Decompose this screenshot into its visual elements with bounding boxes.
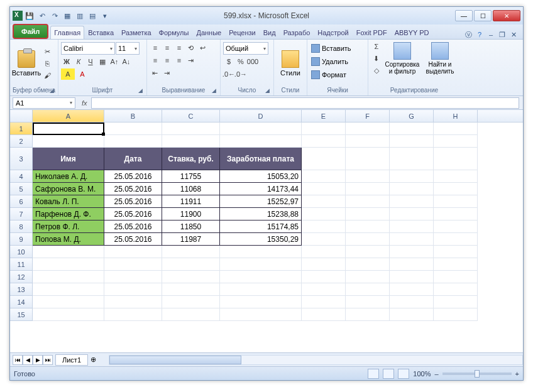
row-header-7[interactable]: 7 bbox=[10, 208, 33, 220]
cell-G7[interactable] bbox=[390, 208, 434, 220]
cell-H3[interactable] bbox=[434, 148, 478, 170]
cell-E14[interactable] bbox=[302, 296, 346, 308]
cell-G1[interactable] bbox=[390, 122, 434, 135]
row-header-9[interactable]: 9 bbox=[10, 233, 33, 246]
cell-G15[interactable] bbox=[390, 308, 434, 321]
cell-A3[interactable]: Имя bbox=[33, 148, 104, 170]
cell-H9[interactable] bbox=[434, 233, 478, 246]
horizontal-scrollbar[interactable] bbox=[109, 355, 523, 365]
cell-D3[interactable]: Заработная плата bbox=[220, 148, 302, 170]
sheet-nav-first-icon[interactable]: ⏮ bbox=[13, 355, 23, 365]
doc-minimize-icon[interactable]: – bbox=[486, 30, 495, 39]
cell-F2[interactable] bbox=[346, 135, 390, 148]
tab-view[interactable]: Вид bbox=[260, 26, 280, 39]
zoom-slider[interactable] bbox=[442, 373, 512, 375]
cell-B6[interactable]: 25.05.2016 bbox=[104, 195, 162, 208]
cell-E5[interactable] bbox=[302, 183, 346, 195]
col-header-h[interactable]: H bbox=[434, 110, 478, 122]
undo-icon[interactable]: ↶ bbox=[36, 10, 48, 21]
cell-G14[interactable] bbox=[390, 296, 434, 308]
qat-btn-2[interactable]: ▥ bbox=[74, 10, 85, 21]
cell-D8[interactable]: 15174,85 bbox=[220, 220, 302, 233]
col-header-e[interactable]: E bbox=[302, 110, 346, 122]
cell-A8[interactable]: Петров Ф. Л. bbox=[33, 220, 104, 233]
row-header-2[interactable]: 2 bbox=[10, 135, 33, 148]
sheet-nav-prev-icon[interactable]: ◀ bbox=[23, 355, 33, 365]
orientation-icon[interactable]: ⟲ bbox=[185, 42, 197, 53]
file-tab[interactable]: Файл bbox=[13, 24, 48, 39]
cell-F13[interactable] bbox=[346, 283, 390, 296]
cell-D5[interactable]: 14173,44 bbox=[220, 183, 302, 195]
format-cells-button[interactable]: Формат bbox=[310, 68, 365, 81]
cell-B15[interactable] bbox=[104, 308, 162, 321]
cell-F14[interactable] bbox=[346, 296, 390, 308]
cell-A13[interactable] bbox=[33, 283, 104, 296]
cell-B12[interactable] bbox=[104, 271, 162, 283]
row-header-14[interactable]: 14 bbox=[10, 296, 33, 308]
cell-C11[interactable] bbox=[162, 258, 220, 271]
cell-E2[interactable] bbox=[302, 135, 346, 148]
cell-B7[interactable]: 25.05.2016 bbox=[104, 208, 162, 220]
font-launcher-icon[interactable]: ◢ bbox=[138, 87, 143, 94]
number-launcher-icon[interactable]: ◢ bbox=[265, 87, 270, 94]
sheet-nav-last-icon[interactable]: ⏭ bbox=[43, 355, 53, 365]
cell-H14[interactable] bbox=[434, 296, 478, 308]
delete-cells-button[interactable]: Удалить bbox=[310, 55, 365, 68]
tab-abbyy[interactable]: ABBYY PD bbox=[391, 26, 433, 39]
col-header-c[interactable]: C bbox=[162, 110, 220, 122]
cell-F6[interactable] bbox=[346, 195, 390, 208]
fill-color-button[interactable]: A bbox=[61, 68, 75, 80]
underline-button[interactable]: Ч bbox=[85, 56, 96, 67]
tab-data[interactable]: Данные bbox=[192, 26, 225, 39]
italic-button[interactable]: К bbox=[73, 56, 84, 67]
inc-decimal-icon[interactable]: .0← bbox=[223, 68, 234, 80]
view-normal-icon[interactable] bbox=[368, 369, 379, 379]
wrap-text-icon[interactable]: ↩ bbox=[197, 42, 209, 53]
tab-addins[interactable]: Надстрой bbox=[314, 26, 352, 39]
shrink-font-icon[interactable]: A↓ bbox=[121, 56, 132, 67]
cell-D11[interactable] bbox=[220, 258, 302, 271]
cell-B4[interactable]: 25.05.2016 bbox=[104, 170, 162, 183]
cell-A10[interactable] bbox=[33, 246, 104, 258]
row-header-3[interactable]: 3 bbox=[10, 148, 33, 170]
cell-A15[interactable] bbox=[33, 308, 104, 321]
cell-F1[interactable] bbox=[346, 122, 390, 135]
align-left-icon[interactable]: ≡ bbox=[150, 55, 161, 66]
currency-icon[interactable]: $ bbox=[223, 56, 234, 67]
help-icon[interactable]: ? bbox=[475, 30, 484, 39]
cell-C6[interactable]: 11911 bbox=[162, 195, 220, 208]
cell-E6[interactable] bbox=[302, 195, 346, 208]
cell-D4[interactable]: 15053,20 bbox=[220, 170, 302, 183]
cell-B3[interactable]: Дата bbox=[104, 148, 162, 170]
fx-icon[interactable]: fx bbox=[82, 99, 87, 107]
cell-F10[interactable] bbox=[346, 246, 390, 258]
cell-F11[interactable] bbox=[346, 258, 390, 271]
cell-D13[interactable] bbox=[220, 283, 302, 296]
cell-B8[interactable]: 25.05.2016 bbox=[104, 220, 162, 233]
cell-C5[interactable]: 11068 bbox=[162, 183, 220, 195]
paste-button[interactable]: Вставить bbox=[13, 41, 40, 86]
name-box[interactable]: A1▾ bbox=[13, 97, 75, 109]
bold-button[interactable]: Ж bbox=[61, 56, 72, 67]
cell-B5[interactable]: 25.05.2016 bbox=[104, 183, 162, 195]
cell-G11[interactable] bbox=[390, 258, 434, 271]
indent-inc-icon[interactable]: ⇥ bbox=[162, 67, 173, 79]
cell-C13[interactable] bbox=[162, 283, 220, 296]
clipboard-launcher-icon[interactable]: ◢ bbox=[50, 87, 54, 94]
cell-E13[interactable] bbox=[302, 283, 346, 296]
close-button[interactable]: ✕ bbox=[493, 10, 520, 21]
qat-more-icon[interactable]: ▾ bbox=[99, 10, 111, 21]
cell-C4[interactable]: 11755 bbox=[162, 170, 220, 183]
cell-G2[interactable] bbox=[390, 135, 434, 148]
qat-btn-1[interactable]: ▦ bbox=[62, 10, 73, 21]
cell-G4[interactable] bbox=[390, 170, 434, 183]
row-header-12[interactable]: 12 bbox=[10, 271, 33, 283]
cell-F12[interactable] bbox=[346, 271, 390, 283]
cell-H6[interactable] bbox=[434, 195, 478, 208]
indent-dec-icon[interactable]: ⇤ bbox=[150, 67, 161, 79]
copy-icon[interactable]: ⎘ bbox=[41, 58, 53, 69]
clear-icon[interactable]: ◇ bbox=[371, 65, 382, 76]
row-header-11[interactable]: 11 bbox=[10, 258, 33, 271]
cell-D10[interactable] bbox=[220, 246, 302, 258]
maximize-button[interactable]: ☐ bbox=[474, 10, 492, 21]
